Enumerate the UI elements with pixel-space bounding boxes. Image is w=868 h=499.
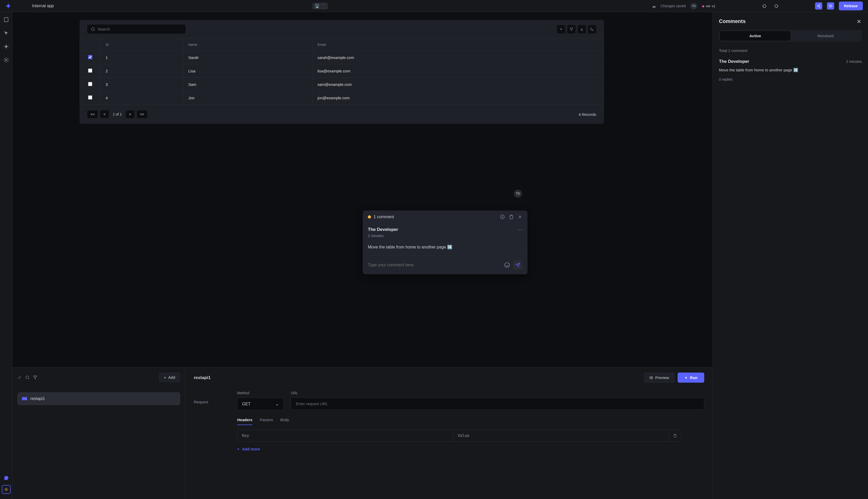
seg-resolved[interactable]: Resolved (791, 31, 861, 40)
page-next-button[interactable]: > (126, 110, 134, 118)
redo-icon[interactable] (773, 2, 780, 10)
col-id[interactable]: Id (100, 38, 183, 51)
search-queries-icon[interactable] (25, 375, 29, 379)
resolve-icon[interactable] (500, 215, 505, 219)
svg-point-3 (830, 5, 831, 7)
method-select[interactable]: GET ⌄ (237, 398, 284, 410)
cell-name: Sam (183, 78, 312, 91)
add-more-button[interactable]: +Add more (237, 447, 704, 451)
filter-queries-icon[interactable] (33, 375, 37, 379)
svg-point-11 (26, 376, 29, 379)
svg-point-7 (5, 489, 7, 490)
table-row[interactable]: 2 Lisa lisa@example.com (80, 64, 604, 78)
app-title: Internal app (32, 4, 54, 8)
floating-comment-avatar[interactable]: TD (514, 189, 523, 198)
more-icon[interactable]: ⋯ (517, 227, 523, 233)
page-first-button[interactable]: << (87, 110, 98, 118)
col-email[interactable]: Email (312, 38, 604, 51)
user-avatar[interactable]: TD (690, 3, 697, 10)
cell-name: Jon (183, 91, 312, 105)
settings-icon[interactable] (3, 57, 9, 63)
table-component[interactable]: + Id Name Email (79, 20, 604, 124)
download-icon[interactable] (578, 25, 586, 33)
header-key-input[interactable]: Key (237, 430, 453, 441)
sidebar-comment-author: The Developer (719, 59, 749, 64)
table-row[interactable]: 1 Sarah sarah@example.com (80, 51, 604, 64)
unread-dot-icon (368, 215, 371, 218)
reply-input[interactable] (368, 263, 501, 267)
page-prev-button[interactable]: < (100, 110, 109, 118)
seg-active[interactable]: Active (720, 31, 791, 40)
thread-count: 1 comment (374, 215, 394, 219)
url-input[interactable] (291, 398, 704, 410)
cell-name: Lisa (183, 64, 312, 78)
cell-email: sarah@example.com (312, 51, 604, 64)
cell-email: sam@example.com (312, 78, 604, 91)
send-button[interactable] (513, 260, 523, 270)
theme-toggle-icon[interactable] (2, 485, 11, 494)
rocket-icon[interactable] (5, 3, 11, 9)
svg-point-1 (817, 5, 818, 7)
query-item-restapi1[interactable]: restapi1 (17, 392, 180, 405)
save-status: Changes saved (661, 4, 685, 8)
debug-icon[interactable] (3, 44, 9, 49)
sidebar-comment-time: 2 minutes (846, 60, 862, 64)
pages-icon[interactable] (3, 17, 9, 23)
data-table: Id Name Email 1 Sarah sarah@example.com … (79, 38, 604, 105)
delete-header-icon[interactable] (668, 430, 681, 441)
row-checkbox[interactable] (88, 69, 92, 73)
run-button[interactable]: Run (678, 373, 704, 383)
search-input[interactable] (87, 25, 186, 34)
check-all-header (80, 38, 100, 51)
close-sidebar-icon[interactable] (856, 19, 862, 24)
add-query-button[interactable]: +Add (159, 373, 180, 382)
device-toggle[interactable]: 🖥️📱 (312, 3, 328, 9)
page-info: 1 of 1 (113, 112, 122, 116)
svg-point-10 (505, 263, 510, 267)
chevron-down-icon: ⌄ (275, 402, 279, 406)
header-row: Key Value (237, 430, 681, 442)
undo-icon[interactable] (761, 2, 768, 10)
tab-body[interactable]: Body (280, 417, 289, 425)
collapse-icon[interactable] (17, 375, 22, 379)
release-button[interactable]: Release (839, 2, 863, 10)
preview-button[interactable]: Preview (644, 373, 674, 383)
tab-params[interactable]: Params (260, 417, 273, 425)
query-title: restapi1 (194, 375, 211, 380)
row-checkbox[interactable] (88, 82, 92, 86)
svg-point-5 (5, 45, 7, 48)
hide-columns-icon[interactable] (588, 25, 596, 33)
add-row-icon[interactable]: + (557, 25, 565, 33)
filter-icon[interactable] (567, 25, 576, 33)
share-icon[interactable] (815, 2, 822, 10)
top-bar: Internal app 🖥️📱 ☁ Changes saved TD ◆ ve… (0, 0, 868, 12)
comment-time: 2 minutes (368, 234, 523, 238)
svg-point-0 (819, 4, 820, 5)
emoji-icon[interactable] (504, 262, 510, 268)
page-last-button[interactable]: >> (137, 110, 147, 118)
svg-point-6 (5, 59, 7, 61)
close-icon[interactable] (518, 215, 523, 219)
version-pill[interactable]: ◆ ver v1 (702, 4, 715, 8)
row-checkbox[interactable] (88, 55, 92, 59)
preview-eye-icon[interactable] (827, 2, 834, 10)
header-value-input[interactable]: Value (453, 430, 669, 441)
tab-headers[interactable]: Headers (237, 417, 252, 425)
rest-badge-icon (22, 397, 27, 400)
cell-email: lisa@example.com (312, 64, 604, 78)
row-checkbox[interactable] (88, 95, 92, 99)
method-label: Method (237, 391, 284, 395)
svg-point-9 (501, 215, 504, 219)
comment-text: Move the table from home to another page… (368, 244, 523, 250)
svg-point-8 (91, 28, 94, 31)
sidebar-comment-text: Move the table from home to another page… (719, 67, 862, 73)
cell-id: 2 (100, 64, 183, 78)
delete-icon[interactable] (509, 215, 514, 219)
table-row[interactable]: 4 Jon jon@example.com (80, 91, 604, 105)
cursor-icon[interactable] (3, 30, 9, 36)
canvas[interactable]: + Id Name Email (12, 12, 713, 367)
table-row[interactable]: 3 Sam sam@example.com (80, 78, 604, 91)
col-name[interactable]: Name (183, 38, 312, 51)
sidebar-comment-item[interactable]: The Developer 2 minutes Move the table f… (719, 59, 862, 82)
comment-bubble-icon[interactable] (3, 475, 9, 481)
